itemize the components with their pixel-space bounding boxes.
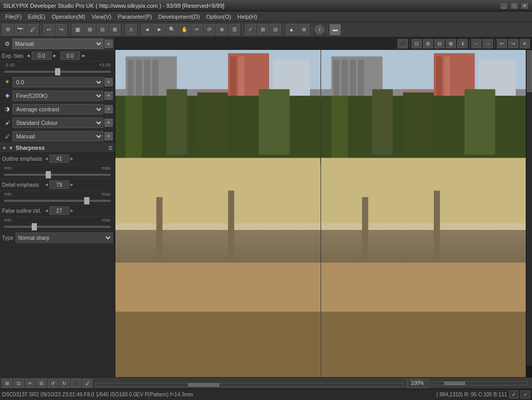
tool-eyedropper[interactable]: 🖊 [27, 24, 38, 35]
img-tool-close[interactable]: ✕ [520, 39, 530, 48]
tool-camera[interactable]: 📷 [15, 24, 26, 35]
img-tool-info[interactable]: ℹ [457, 39, 468, 48]
white-balance-add-button[interactable]: + [104, 92, 113, 100]
tool-redo[interactable]: ↪ [56, 24, 67, 35]
tool-grid1[interactable]: ▦ [72, 24, 83, 35]
maximize-button[interactable]: □ [510, 2, 518, 9]
close-button[interactable]: ✕ [521, 2, 529, 9]
white-balance-select[interactable]: Fine(5200K) [12, 91, 103, 101]
bottom-tool-7[interactable]: ⬛ [71, 379, 81, 388]
exp-increase2-button[interactable]: ► [82, 53, 86, 58]
bottom-scroll-thumb-right[interactable] [444, 382, 465, 385]
tool-arrow-right[interactable]: ► [154, 24, 165, 35]
menu-development[interactable]: Development(D) [155, 12, 203, 21]
menu-view[interactable]: View(V) [88, 12, 114, 21]
contrast-add-button[interactable]: + [104, 105, 113, 113]
outline-slider[interactable] [4, 174, 111, 176]
tool-compare[interactable]: ⊠ [109, 24, 121, 35]
tool-zoom[interactable]: 🔍 [166, 24, 178, 35]
false-outline-slider[interactable] [4, 226, 111, 228]
tool-select[interactable]: ⊕ [216, 24, 228, 35]
svg-rect-31 [331, 96, 348, 167]
img-tool-next[interactable]: → [483, 39, 493, 48]
sharpness-section-header[interactable]: ✦ ▼ Sharpness ☰ [0, 143, 115, 153]
tool-gear[interactable]: ⚙ [2, 24, 14, 35]
tool-warn[interactable]: ⚠ [125, 24, 137, 35]
scrollbar-thumb[interactable] [527, 50, 532, 92]
img-tool-zoom100[interactable]: ⊞ [423, 39, 433, 48]
menu-help[interactable]: Help(H) [234, 12, 260, 21]
outline-increase-button[interactable]: ► [70, 156, 74, 161]
tool-split[interactable]: ⊟ [97, 24, 108, 35]
bottom-tool-4[interactable]: ⊟ [36, 379, 47, 388]
menu-operation[interactable]: Operation(M) [48, 12, 88, 21]
tool-rotate[interactable]: ⟳ [204, 24, 215, 35]
img-tool-prev[interactable]: ← [471, 39, 482, 48]
preset-add-button[interactable]: + [104, 40, 113, 48]
bottom-scroll-right[interactable] [434, 381, 528, 385]
bottom-tool-6[interactable]: ↻ [59, 379, 70, 388]
bottom-tool-2[interactable]: ⊡ [14, 379, 24, 388]
bottom-tool-3[interactable]: ✂ [25, 379, 35, 388]
img-tool-redo[interactable]: ↪ [508, 39, 518, 48]
img-tool-compare[interactable]: ⊠ [446, 39, 456, 48]
exp-bias-row: Exp. bias ◄ ► ► [0, 50, 115, 61]
exposure-select[interactable]: 0.0 [12, 77, 103, 87]
bottom-tool-1[interactable]: ⊞ [2, 379, 12, 388]
preset-select[interactable]: Manual [12, 38, 103, 49]
detail-slider[interactable] [4, 200, 111, 202]
tool-grid2[interactable]: ⊞ [84, 24, 96, 35]
tool-filter[interactable]: ☰ [229, 24, 240, 35]
img-tool-undo[interactable]: ↩ [497, 39, 507, 48]
outline-decrease-button[interactable]: ◄ [44, 156, 49, 161]
tool-hand[interactable]: ✋ [179, 24, 190, 35]
tool-display[interactable]: ▬ [329, 24, 341, 35]
false-outline-decrease-button[interactable]: ◄ [44, 208, 49, 213]
false-outline-increase-button[interactable]: ► [70, 208, 74, 213]
exp-slider[interactable] [4, 71, 111, 73]
bottom-tool-5[interactable]: ↺ [48, 379, 58, 388]
tool-develop1[interactable]: ▲ [286, 24, 297, 35]
exp-decrease-button[interactable]: ◄ [26, 53, 31, 58]
exp-bias-input2[interactable] [60, 51, 80, 60]
color-select[interactable]: Standard Colour [12, 118, 103, 128]
beach-image-left[interactable] [115, 50, 321, 377]
vertical-scrollbar[interactable] [526, 50, 532, 366]
contrast-row: ◑ Average contrast + [0, 102, 115, 116]
tool-export[interactable]: ⊞ [257, 24, 269, 35]
color-add-button[interactable]: + [104, 119, 113, 127]
img-tool-zoom-fit[interactable]: ⊟ [434, 39, 445, 48]
tool-crop[interactable]: ✂ [191, 24, 203, 35]
exposure-add-button[interactable]: + [104, 78, 113, 86]
tool-check[interactable]: ✓ [245, 24, 256, 35]
tone-add-button[interactable]: + [104, 132, 113, 140]
contrast-select[interactable]: Average contrast [12, 104, 103, 114]
minimize-button[interactable]: _ [500, 2, 508, 9]
menu-option[interactable]: Option(O) [203, 12, 234, 21]
img-tool-flag[interactable]: ⬛ [397, 39, 408, 48]
detail-emphasis-input[interactable] [49, 180, 69, 189]
false-outline-input[interactable] [49, 207, 69, 215]
exp-slider-row: -3.00 +3.00 [0, 61, 115, 75]
exp-increase-button[interactable]: ► [52, 53, 57, 58]
outline-emphasis-input[interactable] [49, 154, 69, 163]
tool-info[interactable]: i [314, 24, 325, 35]
beach-image-right[interactable] [321, 50, 526, 377]
menu-edit[interactable]: Edit(E) [25, 12, 49, 21]
window-controls[interactable]: _ □ ✕ [500, 2, 529, 9]
exp-bias-input1[interactable] [32, 51, 51, 60]
tool-develop2[interactable]: ⊕ [298, 24, 310, 35]
menu-file[interactable]: File(F) [2, 12, 25, 21]
tool-batch[interactable]: ⊟ [270, 24, 281, 35]
type-select[interactable]: Normal sharp [16, 233, 113, 243]
img-tool-fit[interactable]: ⊡ [411, 39, 422, 48]
tone-select[interactable]: Manual [12, 131, 103, 141]
detail-decrease-button[interactable]: ◄ [44, 182, 49, 187]
tool-arrow-left[interactable]: ◄ [141, 24, 153, 35]
sharpness-menu-icon[interactable]: ☰ [108, 145, 113, 151]
bottom-tool-8[interactable]: 🖊 [82, 379, 92, 388]
menu-parameter[interactable]: Parameter(P) [115, 12, 155, 21]
tool-undo[interactable]: ↩ [43, 24, 55, 35]
h-scroll-thumb[interactable] [188, 383, 219, 386]
detail-increase-button[interactable]: ► [70, 182, 74, 187]
